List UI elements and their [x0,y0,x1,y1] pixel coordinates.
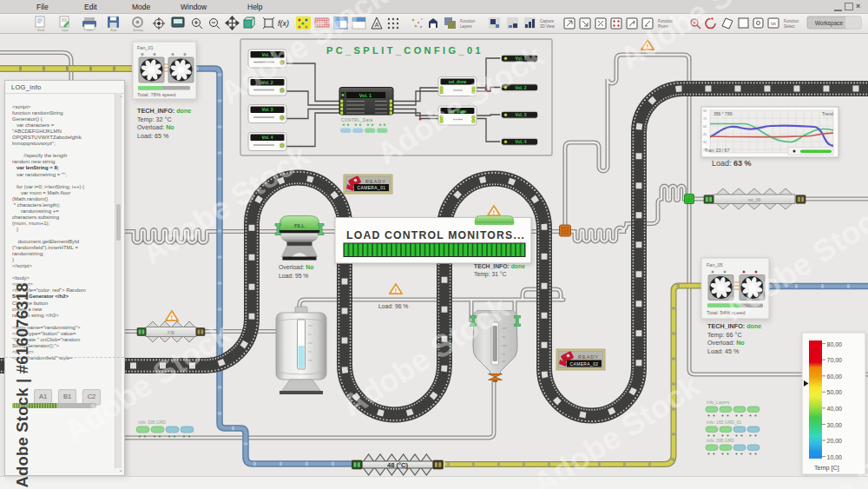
svg-text:30,00: 30,00 [827,422,843,428]
svg-text:90: 90 [703,109,707,113]
svg-text:LOAD CONTROL MONITORS...: LOAD CONTROL MONITORS... [346,229,525,241]
svg-text:Info: 395 GRD: Info: 395 GRD [707,438,734,443]
svg-text:Vol. 1: Vol. 1 [516,56,527,61]
svg-text:!: ! [395,287,397,294]
svg-text:20,00: 20,00 [827,438,843,444]
svg-text:TECH_INFO: done: TECH_INFO: done [137,107,191,115]
svg-text:Load: 96 %: Load: 96 % [378,303,408,309]
svg-text:Trend: Trend [822,111,833,116]
svg-text:Vol. 1: Vol. 1 [262,52,273,57]
svg-text:Fan_05: Fan_05 [707,262,723,268]
svg-text:set_done: set_done [448,109,466,114]
svg-text:READY: READY [578,354,599,360]
svg-text:75: 75 [703,117,707,121]
svg-text:Vol. 2: Vol. 2 [262,80,273,85]
svg-text:Vol. 1: Vol. 1 [359,93,372,98]
svg-text:Load: 95 %: Load: 95 % [279,273,308,279]
svg-text:PC_SPLIT_CONFIG_01: PC_SPLIT_CONFIG_01 [326,45,483,56]
svg-text:Info: 165 GRD_01: Info: 165 GRD_01 [707,420,742,425]
svg-text:Vol. 4: Vol. 4 [516,139,527,144]
svg-text:set_done: set_done [448,80,466,84]
svg-text:Vol. 3: Vol. 3 [516,112,527,117]
svg-text:!: ! [171,314,173,320]
svg-text:50,00: 50,00 [827,389,843,395]
svg-text:!: ! [493,209,495,215]
svg-text:80,00: 80,00 [827,341,843,347]
svg-text:Overload: No: Overload: No [137,123,174,131]
svg-text:CONTRL_Data: CONTRL_Data [341,118,373,122]
svg-text:45: 45 [703,133,707,136]
svg-text:Tran: 23 / 67: Tran: 23 / 67 [705,148,729,153]
svg-text:TECH_INFO: done: TECH_INFO: done [707,322,761,330]
svg-text:Vol. 2: Vol. 2 [516,85,527,90]
svg-text:Fan_01: Fan_01 [137,45,154,50]
svg-text:FIB: FIB [168,330,174,335]
svg-text:Vol. 3: Vol. 3 [262,107,273,112]
svg-text:10,00: 10,00 [827,454,843,460]
svg-text:!: ! [647,43,648,50]
svg-text:Vol. 4: Vol. 4 [262,135,273,140]
svg-text:CAMERA_02: CAMERA_02 [569,362,598,367]
svg-text:30: 30 [703,141,707,144]
svg-text:70,00: 70,00 [827,357,843,363]
svg-text:TECH_INFO: done: TECH_INFO: done [474,263,525,269]
svg-text:Temp: 66 °C: Temp: 66 °C [707,331,742,339]
svg-text:Temp: 32 °C: Temp: 32 °C [137,116,172,123]
svg-text:FILL: FILL [294,223,306,228]
svg-text:Overload: No: Overload: No [707,339,745,347]
svg-text:Load: 45 %: Load: 45 % [707,347,740,355]
svg-text:no_fill: no_fill [748,197,760,202]
svg-text:Temp [C]: Temp [C] [814,464,839,472]
svg-text:Temp: 31 °C: Temp: 31 °C [474,271,507,278]
svg-text:Total: 54% speed: Total: 54% speed [707,310,745,315]
svg-text:60,00: 60,00 [827,373,843,380]
svg-text:60: 60 [703,125,707,129]
svg-text:48 (°C): 48 (°C) [387,461,408,469]
svg-text:40,00: 40,00 [827,406,843,412]
svg-text:READY: READY [365,179,386,184]
svg-text:Info_Layers: Info_Layers [707,400,730,405]
svg-text:CAMERA_01: CAMERA_01 [357,186,385,190]
svg-text:Load: 65 %: Load: 65 % [137,132,169,140]
svg-text:Info: 395 GRD: Info: 395 GRD [138,420,166,425]
svg-text:Load: 63 %: Load: 63 % [712,159,752,168]
svg-text:356 ° 789: 356 ° 789 [713,111,733,116]
svg-text:Overload: No: Overload: No [279,264,313,270]
svg-text:Total: 78% speed: Total: 78% speed [137,92,175,97]
